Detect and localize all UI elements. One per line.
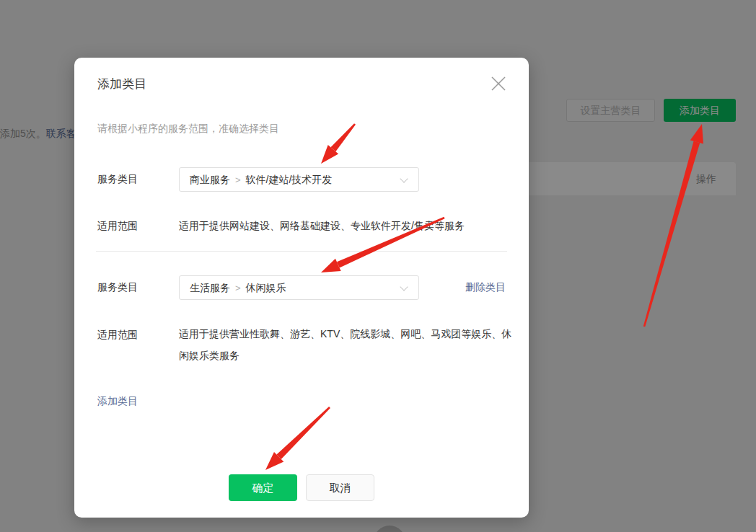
scope-text-2: 适用于提供营业性歌舞、游艺、KTV、院线影城、网吧、马戏团等娱乐、休闲娱乐类服务 [179,323,517,366]
category-value-sub-1: 软件/建站/技术开发 [246,174,333,185]
category-value-main-2: 生活服务 [190,282,230,293]
section-divider [96,251,507,252]
confirm-button[interactable]: 确定 [229,474,297,501]
close-icon[interactable] [490,75,507,92]
add-category-modal: 添加类目 请根据小程序的服务范围，准确选择类目 服务类目 商业服务>软件/建站/… [74,58,529,518]
service-category-label-1: 服务类目 [97,173,138,186]
category-value-sub-2: 休闲娱乐 [246,282,286,293]
modal-hint: 请根据小程序的服务范围，准确选择类目 [97,123,279,136]
category-separator-1: > [235,174,241,185]
service-category-label-2: 服务类目 [97,281,138,294]
scope-label-2: 适用范围 [97,329,138,342]
delete-category-link[interactable]: 删除类目 [465,281,506,294]
cancel-button[interactable]: 取消 [306,474,374,501]
scope-label-1: 适用范围 [97,220,138,233]
service-category-select-1[interactable]: 商业服务>软件/建站/技术开发 [179,167,419,192]
modal-title: 添加类目 [97,76,146,92]
service-category-select-2[interactable]: 生活服务>休闲娱乐 [179,275,419,300]
chevron-down-icon [400,283,408,291]
screen: 可添加5次。联系客服 设置主营类目 添加类目 操作 添加类目 请根据小程序的服务… [0,0,756,532]
scope-text-1: 适用于提供网站建设、网络基础建设、专业软件开发/售卖等服务 [179,215,517,236]
category-separator-2: > [235,283,241,293]
add-category-link[interactable]: 添加类目 [97,395,138,408]
chevron-down-icon [400,174,408,182]
category-value-main-1: 商业服务 [190,174,230,185]
